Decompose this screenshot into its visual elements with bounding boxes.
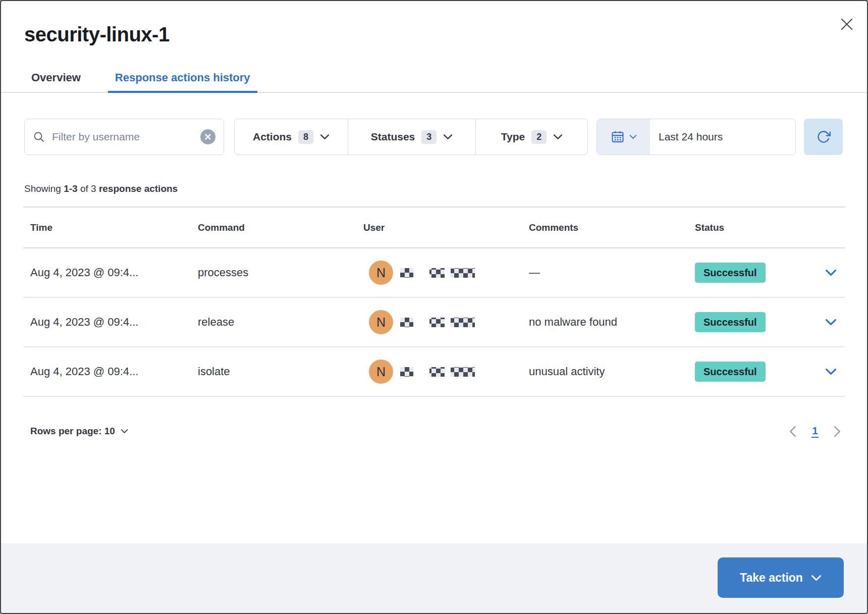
redacted-username [451,268,475,278]
row-comments: unusual activity [522,365,688,378]
calendar-icon [611,130,625,144]
filter-label: Type [501,131,525,143]
table-row[interactable]: Aug 4, 2023 @ 09:4... isolate N unusual … [23,347,845,397]
search-icon [33,131,45,143]
status-badge: Successful [695,362,766,382]
chevron-left-icon[interactable] [789,426,796,437]
table-row[interactable]: Aug 4, 2023 @ 09:4... release N no malwa… [23,298,845,347]
chevron-down-icon [443,134,453,140]
username-filter-field [24,119,224,155]
filter-label: Statuses [371,131,415,143]
col-status: Status [688,222,817,233]
redacted-username [451,367,475,377]
chevron-down-icon [320,134,330,140]
col-time: Time [23,222,191,233]
search-input[interactable] [52,131,200,143]
col-comments: Comments [522,222,688,233]
flyout-footer: Take action [1,543,867,613]
avatar: N [369,261,393,285]
row-comments: no malware found [522,316,688,329]
redacted-username [429,268,445,278]
date-range-picker: Last 24 hours [596,119,796,155]
filter-count-badge: 3 [421,130,437,144]
type-filter-button[interactable]: Type 2 [475,119,588,155]
filter-count-badge: 2 [531,130,547,144]
status-badge: Successful [695,263,766,283]
page-title: security-linux-1 [24,23,170,46]
filter-label: Actions [253,131,292,143]
clear-icon[interactable] [200,129,215,144]
tab-bar: Overview Response actions history [1,64,867,93]
tab-response-actions-history[interactable]: Response actions history [108,64,257,92]
row-user: N [356,261,522,285]
row-time: Aug 4, 2023 @ 09:4... [23,365,191,378]
date-range-value[interactable]: Last 24 hours [650,119,795,155]
chevron-down-icon [553,134,563,140]
actions-filter-button[interactable]: Actions 8 [235,119,348,155]
expand-row-chevron-down-icon[interactable] [825,368,837,375]
row-comments: — [522,266,688,279]
close-icon[interactable] [836,13,858,35]
chevron-down-icon [811,575,822,581]
quick-select-date-button[interactable] [597,119,650,155]
table-row[interactable]: Aug 4, 2023 @ 09:4... processes N — Succ… [23,248,845,298]
chevron-down-icon [629,134,637,139]
redacted-username [429,318,445,327]
response-actions-table: Time Command User Comments Status Aug 4,… [23,207,845,397]
statuses-filter-button[interactable]: Statuses 3 [348,119,475,155]
avatar: N [369,310,393,334]
expand-row-chevron-down-icon[interactable] [825,269,837,276]
col-command: Command [191,222,356,233]
redacted-username [400,367,413,377]
filter-group: Actions 8 Statuses 3 Type 2 [234,119,588,155]
filter-count-badge: 8 [298,130,313,144]
row-time: Aug 4, 2023 @ 09:4... [23,266,191,279]
row-user: N [356,310,522,334]
chevron-down-icon [121,429,128,434]
row-user: N [356,360,522,384]
redacted-username [451,318,475,327]
expand-row-chevron-down-icon[interactable] [825,319,837,326]
take-action-button[interactable]: Take action [718,557,844,598]
chevron-right-icon[interactable] [834,426,841,437]
filter-toolbar: Actions 8 Statuses 3 Type 2 [24,119,843,155]
pagination: 1 [789,422,841,440]
col-user: User [356,222,522,233]
table-header-row: Time Command User Comments Status [23,207,845,248]
status-badge: Successful [695,312,766,332]
refresh-icon [817,130,831,144]
row-command: processes [191,266,356,279]
row-command: release [191,316,356,329]
tab-overview[interactable]: Overview [24,64,88,92]
rows-per-page-button[interactable]: Rows per page: 10 [30,423,128,439]
page-number-1[interactable]: 1 [811,425,819,438]
redacted-username [429,367,445,377]
endpoint-details-flyout: security-linux-1 Overview Response actio… [0,0,868,614]
take-action-label: Take action [740,571,803,585]
results-summary: Showing 1-3 of 3 response actions [24,183,178,194]
refresh-button[interactable] [804,119,843,155]
row-command: isolate [191,365,356,378]
redacted-username [400,318,413,327]
row-time: Aug 4, 2023 @ 09:4... [23,316,191,329]
redacted-username [400,268,413,278]
avatar: N [369,360,393,384]
rows-per-page-label: Rows per page: 10 [30,426,115,437]
